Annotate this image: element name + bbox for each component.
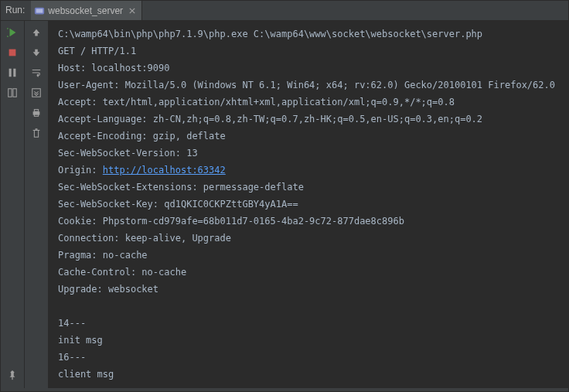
svg-rect-10 bbox=[34, 110, 38, 112]
console-line: Sec-WebSocket-Key: qd1QKIC0CKPZttGBY4yA1… bbox=[58, 196, 560, 213]
console-line: Cookie: Phpstorm-cd979afe=68b011d7-0165-… bbox=[58, 213, 560, 230]
layout-button[interactable] bbox=[4, 84, 21, 101]
close-icon[interactable] bbox=[128, 6, 137, 15]
rerun-button[interactable] bbox=[4, 24, 21, 41]
svg-rect-3 bbox=[9, 69, 12, 77]
run-tool-window: Run: websocket_server bbox=[0, 0, 569, 392]
console-line: User-Agent: Mozilla/5.0 (Windows NT 6.1;… bbox=[58, 77, 560, 94]
console-line: Upgrade: websocket bbox=[58, 281, 560, 298]
console-line: client msg bbox=[58, 366, 560, 383]
pause-button[interactable] bbox=[4, 64, 21, 81]
console-line: Accept-Encoding: gzip, deflate bbox=[58, 128, 560, 145]
clear-all-button[interactable] bbox=[28, 124, 45, 141]
svg-rect-11 bbox=[34, 114, 38, 117]
svg-rect-2 bbox=[9, 49, 16, 56]
console-line: Host: localhost:9090 bbox=[58, 60, 560, 77]
console-line: Sec-WebSocket-Extensions: permessage-def… bbox=[58, 179, 560, 196]
svg-rect-4 bbox=[13, 69, 15, 77]
console-line: Accept-Language: zh-CN,zh;q=0.8,zh-TW;q=… bbox=[58, 111, 560, 128]
console-line: Cache-Control: no-cache bbox=[58, 264, 560, 281]
up-button[interactable] bbox=[28, 24, 45, 41]
console-line: Sec-WebSocket-Version: 13 bbox=[58, 145, 560, 162]
console-output[interactable]: C:\wamp64\bin\php\php7.1.9\php.exe C:\wa… bbox=[49, 21, 568, 388]
php-file-icon bbox=[34, 5, 45, 16]
run-tab-websocket-server[interactable]: websocket_server bbox=[31, 1, 142, 20]
pin-button[interactable] bbox=[4, 366, 21, 383]
run-tabbar: Run: websocket_server bbox=[1, 1, 568, 21]
statusbar-stub bbox=[1, 388, 568, 391]
console-line: GET / HTTP/1.1 bbox=[58, 43, 560, 60]
down-button[interactable] bbox=[28, 44, 45, 61]
svg-rect-1 bbox=[36, 9, 43, 12]
svg-rect-7 bbox=[12, 377, 12, 380]
svg-rect-12 bbox=[34, 131, 38, 138]
console-line: Origin: http://localhost:63342 bbox=[58, 162, 560, 179]
run-label: Run: bbox=[1, 1, 31, 20]
console-line: init msg bbox=[58, 332, 560, 349]
console-line: Accept: text/html,application/xhtml+xml,… bbox=[58, 94, 560, 111]
console-line: 14--- bbox=[58, 315, 560, 332]
run-toolbar-left bbox=[1, 21, 25, 388]
svg-rect-6 bbox=[13, 89, 16, 97]
run-tab-label: websocket_server bbox=[48, 5, 123, 16]
console-line: Pragma: no-cache bbox=[58, 247, 560, 264]
console-line: Connection: keep-alive, Upgrade bbox=[58, 230, 560, 247]
svg-rect-5 bbox=[9, 89, 12, 97]
console-line bbox=[58, 298, 560, 315]
print-button[interactable] bbox=[28, 104, 45, 121]
stop-button[interactable] bbox=[4, 44, 21, 61]
console-line: C:\wamp64\bin\php\php7.1.9\php.exe C:\wa… bbox=[58, 26, 560, 43]
console-link[interactable]: http://localhost:63342 bbox=[103, 165, 226, 176]
scroll-to-end-button[interactable] bbox=[28, 84, 45, 101]
run-toolbar-right bbox=[25, 21, 49, 388]
soft-wrap-button[interactable] bbox=[28, 64, 45, 81]
run-main: C:\wamp64\bin\php\php7.1.9\php.exe C:\wa… bbox=[1, 21, 568, 388]
console-line: 16--- bbox=[58, 349, 560, 366]
